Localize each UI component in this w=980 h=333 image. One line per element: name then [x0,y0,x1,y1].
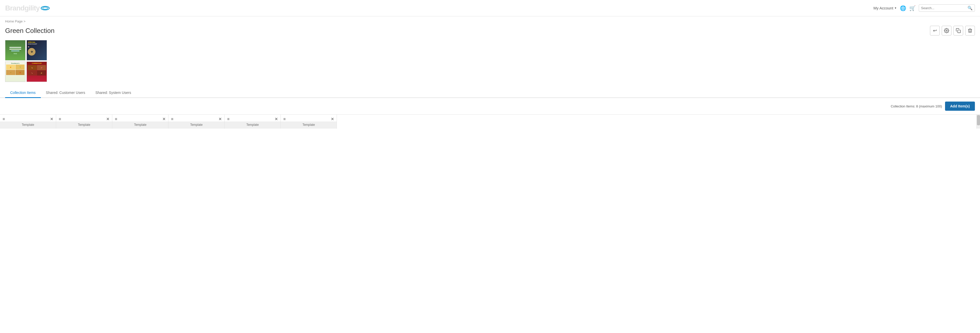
breadcrumb-separator: > [24,19,25,23]
item-card-label-5: Template [246,123,259,127]
item-card-label-4: Template [190,123,203,127]
tab-collection-items[interactable]: Collection Items [5,88,41,98]
title-actions: ↩ [930,26,975,35]
svg-rect-3 [958,30,961,33]
search-input[interactable] [921,6,967,10]
drag-handle-icon-2[interactable]: ≡ [59,117,61,121]
item-card-label-1: Template [22,123,34,127]
logo-text: Brandgility [5,4,40,12]
item-card-2: ≡ ✕ Template [56,115,112,129]
drag-handle-icon-4[interactable]: ≡ [171,117,173,121]
item-card-header-1: ≡ ✕ [0,115,56,121]
item-card-body-1: Template [0,121,56,129]
item-card-header-3: ≡ ✕ [112,115,168,121]
item-card-body-2: Template [56,121,112,129]
breadcrumb: Home Page > [0,16,980,24]
page-title-row: Green Collection ↩ [0,24,980,38]
items-row: ≡ ✕ Template ≡ ✕ Template ≡ ✕ Temp [0,114,980,129]
back-button[interactable]: ↩ [930,26,940,35]
scrollbar-track[interactable] [977,115,980,129]
item-card-body-3: Template [112,121,168,129]
logo-icon [41,5,50,12]
item-card-header-4: ≡ ✕ [169,115,224,121]
gear-icon [944,28,949,33]
settings-button[interactable] [942,26,951,35]
item-card-body-4: Template [169,121,224,129]
collection-image-2[interactable]: SPECIAL DISCOUNT 📚 🎓 [27,40,47,61]
collection-items-count: Collection Items: 8 (maximum 100) [891,104,942,108]
tab-shared-customer[interactable]: Shared: Customer Users [41,88,90,98]
delete-button[interactable] [965,26,975,35]
item-card-5: ≡ ✕ Template [224,115,281,129]
my-account-label: My Account [873,6,894,10]
drag-handle-icon-5[interactable]: ≡ [227,117,229,121]
cart-icon[interactable]: 🛒 [909,5,916,11]
drag-handle-icon-3[interactable]: ≡ [115,117,117,121]
item-card-body-5: Template [224,121,280,129]
item-card-4: ≡ ✕ Template [169,115,224,129]
item-card-label-3: Template [134,123,146,127]
breadcrumb-home-link[interactable]: Home Page [5,19,23,23]
item-card-label-2: Template [78,123,90,127]
my-account-button[interactable]: My Account ▼ [873,6,897,10]
header: Brandgility My Account ▼ 🌐 🛒 🔍 [0,0,980,16]
drag-handle-icon-1[interactable]: ≡ [3,117,5,121]
remove-item-button-3[interactable]: ✕ [162,116,165,121]
remove-item-button-1[interactable]: ✕ [50,116,53,121]
chevron-down-icon: ▼ [894,6,897,10]
globe-icon[interactable]: 🌐 [900,5,906,11]
header-left: Brandgility [5,4,50,12]
item-card-1: ≡ ✕ Template [0,115,56,129]
item-card-6: ≡ ✕ Template [281,115,337,129]
copy-button[interactable] [953,26,963,35]
item-card-header-6: ≡ ✕ [281,115,337,121]
item-card-3: ≡ ✕ Template [112,115,169,129]
drag-handle-icon-6[interactable]: ≡ [283,117,286,121]
item-card-label-6: Template [302,123,315,127]
tab-shared-system[interactable]: Shared: System Users [90,88,136,98]
search-box: 🔍 [919,4,975,12]
main-content: Home Page > Green Collection ↩ [0,16,980,333]
svg-point-1 [43,7,48,9]
collection-image-3[interactable]: Goodacre's 🍊 🥬 🥕 🍎 [5,62,25,82]
item-card-body-6: Template [281,121,337,129]
header-right: My Account ▼ 🌐 🛒 🔍 [873,4,975,12]
remove-item-button-5[interactable]: ✕ [275,116,278,121]
collection-image-4[interactable]: CARREFOUR 🍖 🥩 🍗 🌮 [27,62,47,82]
item-card-header-2: ≡ ✕ [56,115,112,121]
remove-item-button-6[interactable]: ✕ [331,116,334,121]
info-bar: Collection Items: 8 (maximum 100) Add It… [0,98,980,114]
scrollbar-thumb[interactable] [977,115,980,125]
search-button[interactable]: 🔍 [967,6,973,10]
page-title: Green Collection [5,27,55,35]
copy-icon [956,28,961,33]
remove-item-button-2[interactable]: ✕ [106,116,110,121]
tabs-bar: Collection Items Shared: Customer Users … [0,88,980,98]
add-items-button[interactable]: Add Item(s) [945,102,975,111]
remove-item-button-4[interactable]: ✕ [218,116,222,121]
collection-images: SALE SPECIAL DISCOUNT 📚 🎓 [0,38,980,87]
svg-point-2 [946,30,947,31]
collection-image-1[interactable]: SALE [5,40,25,61]
item-card-header-5: ≡ ✕ [224,115,280,121]
trash-icon [967,28,973,33]
